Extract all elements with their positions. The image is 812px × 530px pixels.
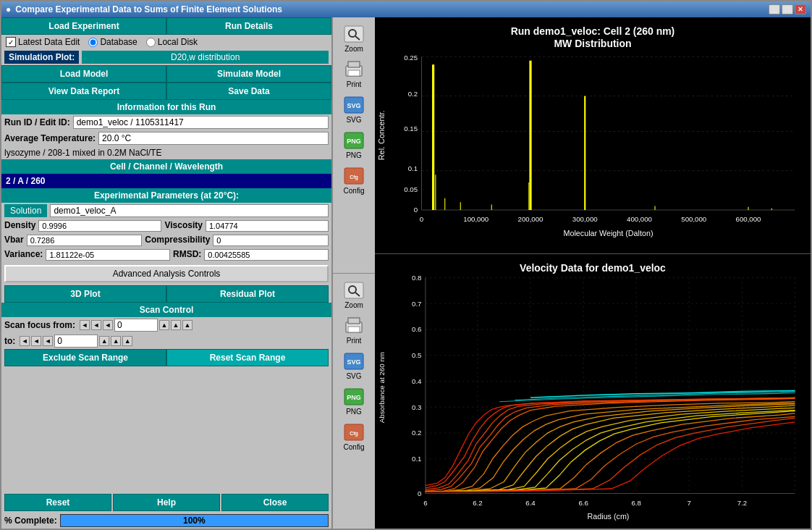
zoom-icon	[341, 23, 367, 45]
load-experiment-button[interactable]: Load Experiment	[1, 17, 166, 35]
local-disk-radio[interactable]	[146, 38, 156, 47]
config2-label: Config	[344, 443, 365, 451]
latest-data-checkbox-row: ✓ Latest Data Edit	[6, 37, 80, 47]
svg-text:100,000: 100,000	[463, 215, 489, 223]
config2-icon-btn[interactable]: Cfg Config	[339, 420, 368, 453]
zoom-label: Zoom	[344, 45, 363, 53]
residual-plot-button[interactable]: Residual Plot	[166, 285, 329, 303]
save-data-button[interactable]: Save Data	[166, 83, 331, 100]
simulate-model-button[interactable]: Simulate Model	[166, 65, 331, 83]
svg2-icon-btn[interactable]: SVG SVG	[339, 349, 368, 382]
latest-data-checkbox[interactable]: ✓	[6, 37, 16, 47]
zoom-icon-btn[interactable]: Zoom	[339, 22, 368, 54]
config-icon-btn[interactable]: Cfg Config	[339, 164, 368, 196]
database-radio[interactable]	[88, 38, 98, 47]
print-label: Print	[347, 80, 362, 88]
zoom2-icon-btn[interactable]: Zoom	[339, 278, 368, 311]
compressibility-value: 0	[213, 235, 329, 246]
database-radio-label[interactable]: Database	[88, 37, 137, 47]
run-details-button[interactable]: Run Details	[166, 17, 331, 35]
scan-from-input[interactable]	[114, 319, 158, 332]
plot-btns-row: 3D Plot Residual Plot	[1, 285, 331, 303]
run-id-row: Run ID / Edit ID: demo1_veloc / 11053114…	[1, 114, 331, 130]
svg-text:0.2: 0.2	[408, 90, 418, 98]
print2-icon-btn[interactable]: Print	[339, 314, 368, 346]
mw-distribution-chart: Run demo1_veloc: Cell 2 (260 nm) MW Dist…	[375, 17, 811, 253]
plot-3d-button[interactable]: 3D Plot	[4, 285, 166, 303]
local-disk-radio-label[interactable]: Local Disk	[146, 37, 198, 47]
density-label: Density	[4, 220, 35, 232]
print-icon-btn[interactable]: Print	[339, 57, 368, 90]
variance-value: 1.81122e-05	[46, 249, 170, 261]
svg-text:6.6: 6.6	[578, 498, 588, 506]
print2-icon	[341, 315, 367, 337]
spin-down-3[interactable]: ◄	[103, 320, 113, 330]
svg-text:Velocity Data for demo1_veloc: Velocity Data for demo1_veloc	[520, 262, 666, 274]
to-spin-down-2[interactable]: ◄	[31, 336, 41, 346]
to-spin-down-3[interactable]: ◄	[43, 336, 53, 346]
avg-temp-row: Average Temperature: 20.0 °C	[1, 130, 331, 146]
svg-text:Cfg: Cfg	[350, 431, 358, 437]
print-icon	[341, 59, 367, 80]
progress-row: % Complete: 100%	[1, 513, 331, 529]
svg-text:0.15: 0.15	[404, 125, 418, 132]
spin-up-2[interactable]: ▲	[171, 320, 181, 330]
spin-down-1[interactable]: ◄	[80, 320, 90, 330]
png-icon-btn[interactable]: PNG PNG	[339, 128, 368, 161]
close-window-button[interactable]: ✕	[795, 4, 806, 14]
simulation-plot-value: D20,w distribution	[82, 51, 329, 64]
scan-control-header: Scan Control	[1, 303, 331, 317]
advanced-analysis-button[interactable]: Advanced Analysis Controls	[4, 265, 329, 282]
help-button[interactable]: Help	[113, 494, 220, 511]
to-spin-up-1[interactable]: ▲	[99, 336, 109, 346]
maximize-button[interactable]: □	[782, 4, 793, 14]
svg-text:7: 7	[688, 498, 691, 506]
svg-icon-btn[interactable]: SVG SVG	[339, 93, 368, 125]
config-label: Config	[344, 187, 365, 195]
to-spin-up-3[interactable]: ▲	[122, 336, 132, 346]
bottom-icon-group: Zoom Print	[333, 274, 375, 529]
view-data-report-button[interactable]: View Data Report	[1, 83, 166, 100]
zoom2-icon	[341, 279, 367, 301]
svg-text:6.8: 6.8	[631, 498, 640, 506]
avg-temp-value: 20.0 °C	[98, 132, 329, 145]
load-model-button[interactable]: Load Model	[1, 65, 166, 83]
top-btn-row: Load Experiment Run Details	[1, 17, 331, 35]
zoom2-label: Zoom	[344, 301, 363, 309]
close-button[interactable]: Close	[221, 494, 329, 511]
spin-up-1[interactable]: ▲	[159, 320, 169, 330]
svg-text:6.2: 6.2	[473, 498, 482, 506]
title-bar: ● Compare Experimental Data to Sums of F…	[1, 1, 811, 17]
to-spin-down-1[interactable]: ◄	[20, 336, 30, 346]
density-value: 0.9996	[38, 220, 161, 232]
scan-from-label: Scan focus from:	[4, 320, 75, 330]
svg-text:0.1: 0.1	[408, 164, 418, 172]
description-value: lysozyme / 208-1 mixed in 0.2M NaCl/TE	[4, 148, 161, 158]
svg-label: SVG	[346, 116, 361, 124]
progress-value: 100%	[183, 516, 206, 526]
png2-icon-btn[interactable]: PNG PNG	[339, 384, 368, 417]
variance-label: Variance:	[4, 249, 43, 261]
spin-down-2[interactable]: ◄	[91, 320, 101, 330]
svg-text:0.1: 0.1	[412, 455, 421, 463]
exclude-scan-button[interactable]: Exclude Scan Range	[4, 349, 166, 366]
params-section-header: Experimental Parameters (at 20°C):	[1, 188, 331, 203]
viscosity-value: 1.04774	[206, 220, 329, 232]
run-id-value: demo1_veloc / 1105311417	[73, 116, 329, 129]
svg-text:PNG: PNG	[347, 138, 361, 145]
minimize-button[interactable]: _	[769, 4, 780, 14]
solution-value: demo1_veloc_A	[50, 204, 329, 217]
reset-button[interactable]: Reset	[4, 494, 111, 511]
to-spin-up-2[interactable]: ▲	[111, 336, 121, 346]
scan-from-row: Scan focus from: ◄ ◄ ◄ ▲ ▲ ▲	[1, 317, 331, 333]
print2-label: Print	[347, 337, 362, 345]
scan-to-input[interactable]	[54, 335, 98, 348]
svg-text:200,000: 200,000	[518, 215, 544, 223]
left-panel: Load Experiment Run Details ✓ Latest Dat…	[1, 17, 333, 529]
svg-text:MW Distribution: MW Distribution	[554, 38, 631, 49]
svg-text:Radius (cm): Radius (cm)	[588, 512, 630, 521]
svg-text:Cfg: Cfg	[350, 174, 358, 180]
reset-scan-button[interactable]: Reset Scan Range	[166, 349, 329, 366]
spin-up-3[interactable]: ▲	[182, 320, 193, 330]
svg-text:Absorbance at 260 nm: Absorbance at 260 nm	[378, 352, 386, 423]
